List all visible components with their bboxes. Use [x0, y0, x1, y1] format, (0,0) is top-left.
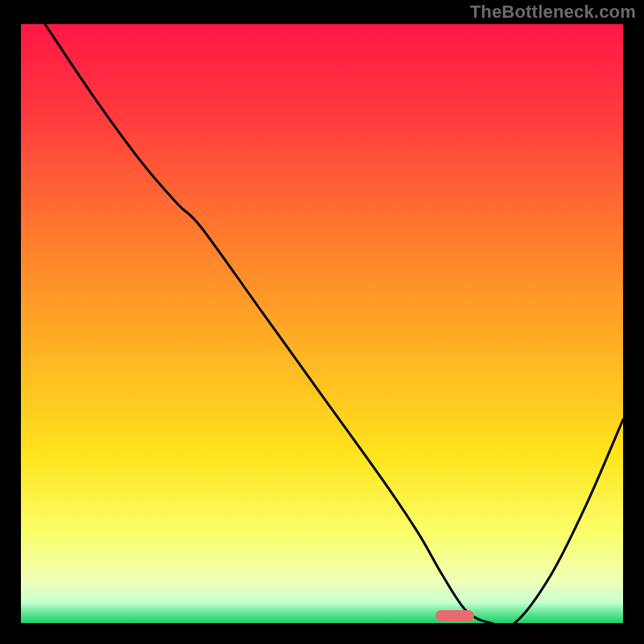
chart-frame: TheBottleneck.com [0, 0, 644, 644]
chart-svg [21, 24, 623, 623]
plot-area [21, 24, 623, 623]
optimal-marker [436, 610, 474, 621]
watermark-text: TheBottleneck.com [470, 2, 636, 23]
gradient-background [21, 24, 623, 623]
